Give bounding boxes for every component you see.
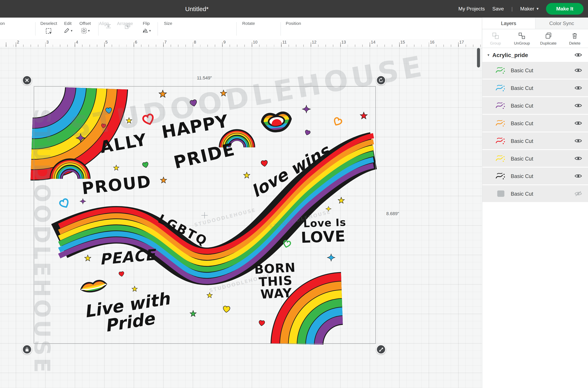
layer-row[interactable]: Basic Cut [482, 150, 588, 167]
layer-thumbnail [495, 189, 506, 198]
layer-visibility-toggle[interactable] [574, 138, 583, 144]
layer-thumbnail [495, 101, 506, 110]
offset-icon: ▾ [80, 27, 90, 34]
layer-group-header[interactable]: ▾ Acrylic_pride [482, 48, 588, 62]
ruler-label: 10 [253, 40, 257, 44]
ungroup-icon [518, 32, 526, 39]
layer-row[interactable]: Basic Cut [482, 168, 588, 184]
ruler-label: 4 [76, 40, 78, 44]
layer-visibility-toggle[interactable] [574, 173, 583, 179]
chevron-down-icon: ▾ [537, 6, 538, 11]
machine-selector[interactable]: Maker ▾ [520, 6, 539, 11]
layer-row[interactable]: Basic Cut [482, 62, 588, 79]
ruler-label: 11 [282, 40, 287, 44]
group-visibility-toggle[interactable] [574, 52, 583, 58]
layer-label: Basic Cut [511, 67, 533, 73]
layer-thumbnail [495, 119, 506, 128]
ruler-label: 7 [164, 40, 167, 44]
layer-label: Basic Cut [511, 191, 533, 197]
offset-button[interactable]: Offset ▾ [76, 21, 95, 36]
ruler-label: 9 [223, 40, 226, 44]
layer-row[interactable]: Basic Cut [482, 132, 588, 149]
selection-rotate-handle[interactable] [376, 75, 386, 85]
layer-thumbnail [495, 66, 506, 75]
rotate-label: Rotate [242, 21, 255, 25]
layer-group-name: Acrylic_pride [492, 52, 528, 58]
layer-row[interactable]: Basic Cut [482, 115, 588, 132]
document-title[interactable]: Untitled* [185, 5, 208, 13]
selection-close-handle[interactable] [22, 75, 32, 85]
cricut-design-space-app: Untitled* My Projects Save | Maker ▾ Mak… [0, 0, 588, 388]
trash-icon [571, 32, 579, 39]
layer-visibility-toggle[interactable] [574, 155, 583, 161]
layer-label: Basic Cut [511, 85, 533, 91]
panel-tabs: Layers Color Sync [482, 18, 588, 29]
align-button[interactable]: Align ▾ [99, 21, 118, 31]
layer-list: Basic CutBasic CutBasic CutBasic CutBasi… [482, 62, 588, 202]
layer-visibility-toggle[interactable] [574, 85, 583, 91]
canvas-scrollbar[interactable] [477, 48, 480, 68]
ruler-label: 13 [341, 40, 346, 44]
toolbar-divider [157, 22, 158, 36]
delete-button[interactable]: Delete [562, 32, 588, 45]
topbar-separator: | [511, 6, 512, 11]
layer-label: Basic Cut [511, 155, 533, 161]
ruler-label: 5 [105, 40, 108, 44]
tab-color-sync[interactable]: Color Sync [535, 18, 588, 29]
canvas-area[interactable]: ALLYHAPPYPRIDEPROUDlove winsLGBTQPEACELo… [0, 47, 482, 388]
layer-visibility-toggle[interactable] [574, 120, 583, 126]
selection-resize-handle[interactable] [376, 344, 386, 354]
layer-visibility-toggle[interactable] [574, 102, 583, 108]
duplicate-button[interactable]: Duplicate [535, 32, 562, 45]
deselect-icon [45, 27, 52, 35]
group-button[interactable]: Group [482, 32, 509, 45]
flip-button[interactable]: Flip ▾ [138, 21, 154, 36]
size-label: Size [164, 21, 172, 25]
toolbar-divider [35, 22, 36, 36]
my-projects-link[interactable]: My Projects [458, 6, 485, 11]
layer-thumbnail [495, 83, 506, 92]
save-link[interactable]: Save [492, 6, 504, 11]
layer-thumbnail [495, 136, 506, 145]
layer-label: Basic Cut [511, 138, 533, 144]
ruler-label: 2 [17, 40, 19, 44]
ruler-label: 6 [135, 40, 137, 44]
toolbar-divider [98, 22, 99, 36]
ruler: 234567891011121314151617 [0, 39, 482, 47]
selection-height-label: 8.689" [386, 211, 399, 216]
machine-name: Maker [520, 6, 534, 11]
selection-width-label: 11.549" [197, 75, 212, 81]
layer-thumbnail [495, 154, 506, 163]
ruler-label: 14 [371, 40, 375, 44]
layer-label: Basic Cut [511, 173, 533, 179]
layer-row[interactable]: Basic Cut [482, 79, 588, 96]
make-it-button[interactable]: Make It [546, 3, 584, 15]
arrange-button[interactable]: Arrange ▾ [117, 21, 138, 31]
layers-panel: Layers Color Sync Group UnGroup Duplicat… [482, 18, 588, 388]
layer-label: Basic Cut [511, 120, 533, 126]
collapse-caret-icon[interactable]: ▾ [487, 53, 489, 57]
layer-visibility-toggle-hidden[interactable] [574, 191, 583, 197]
ruler-label: 12 [312, 40, 316, 44]
ruler-label: 17 [460, 40, 464, 44]
ruler-label: 8 [194, 40, 196, 44]
layer-actions: Group UnGroup Duplicate Delete [482, 29, 588, 48]
ruler-label: 16 [430, 40, 434, 44]
duplicate-icon [544, 32, 552, 39]
edit-button[interactable]: Edit ▾ [60, 21, 76, 36]
ruler-label: 3 [47, 40, 49, 44]
position-label: Position [286, 21, 301, 25]
ruler-label: 15 [400, 40, 405, 44]
layer-label: Basic Cut [511, 102, 533, 108]
layer-visibility-toggle[interactable] [574, 67, 583, 73]
toolbar-divider [236, 22, 237, 36]
canvas-center-crosshair [201, 212, 208, 219]
layer-row[interactable]: Basic Cut [482, 97, 588, 114]
deselect-button[interactable]: Deselect [38, 21, 60, 36]
edit-icon: ▾ [63, 27, 73, 34]
ungroup-button[interactable]: UnGroup [509, 32, 535, 45]
selection-lock-handle[interactable] [22, 344, 32, 354]
layer-row[interactable]: Basic Cut [482, 185, 588, 202]
top-bar: Untitled* My Projects Save | Maker ▾ Mak… [0, 0, 588, 18]
tab-layers[interactable]: Layers [482, 18, 535, 29]
